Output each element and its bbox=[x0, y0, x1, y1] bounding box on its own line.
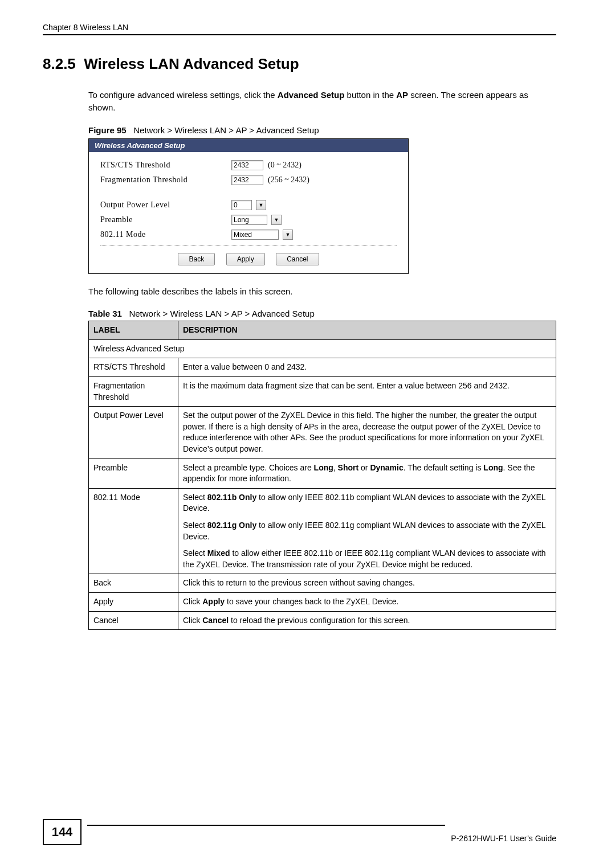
row-desc: Set the output power of the ZyXEL Device… bbox=[178, 407, 556, 458]
row-label: RTS/CTS Threshold bbox=[89, 358, 178, 377]
row-label: 802.11 Mode bbox=[89, 488, 178, 574]
apply-button[interactable]: Apply bbox=[226, 253, 265, 265]
table-row: Output Power Level Set the output power … bbox=[89, 407, 556, 458]
text: to reload the previous configuration for… bbox=[229, 616, 410, 625]
text: Select bbox=[183, 493, 207, 502]
table-row: RTS/CTS Threshold Enter a value between … bbox=[89, 358, 556, 377]
section-number: 8.2.5 bbox=[43, 55, 76, 72]
bold: Apply bbox=[202, 597, 225, 606]
section-heading: 8.2.5 Wireless LAN Advanced Setup bbox=[43, 55, 556, 73]
row-desc: Select 802.11b Only to allow only IEEE 8… bbox=[178, 488, 556, 574]
text: Select a preamble type. Choices are bbox=[183, 463, 314, 472]
table-row: Cancel Click Cancel to reload the previo… bbox=[89, 611, 556, 630]
bold: 802.11b Only bbox=[207, 493, 256, 502]
bold: Cancel bbox=[202, 616, 229, 625]
table-span-row: Wireless Advanced Setup bbox=[89, 339, 556, 358]
page-number: 144 bbox=[43, 819, 82, 845]
frag-range: (256 ~ 2432) bbox=[268, 175, 309, 185]
table-row: Fragmentation Threshold It is the maximu… bbox=[89, 377, 556, 407]
after-figure-text: The following table describes the labels… bbox=[88, 285, 556, 298]
text: to allow either IEEE 802.11b or IEEE 802… bbox=[183, 548, 546, 569]
bold: Dynamic bbox=[370, 463, 403, 472]
row-desc: Click Apply to save your changes back to… bbox=[178, 592, 556, 611]
frag-label: Fragmentation Threshold bbox=[100, 175, 231, 185]
text: or bbox=[358, 463, 370, 472]
cancel-button[interactable]: Cancel bbox=[276, 253, 319, 265]
table-row: Apply Click Apply to save your changes b… bbox=[89, 592, 556, 611]
preamble-label: Preamble bbox=[100, 215, 231, 224]
running-head: Chapter 8 Wireless LAN bbox=[43, 23, 556, 35]
row-desc: Select a preamble type. Choices are Long… bbox=[178, 458, 556, 488]
text: , bbox=[333, 463, 338, 472]
figure-caption-text: Network > Wireless LAN > AP > Advanced S… bbox=[133, 125, 319, 135]
table-label: Table 31 bbox=[88, 309, 122, 318]
row-desc: Click Cancel to reload the previous conf… bbox=[178, 611, 556, 630]
bold: Mixed bbox=[207, 548, 230, 558]
row-label: Back bbox=[89, 574, 178, 593]
figure-caption: Figure 95 Network > Wireless LAN > AP > … bbox=[88, 125, 556, 135]
intro-paragraph: To configure advanced wireless settings,… bbox=[88, 89, 556, 114]
preamble-select[interactable]: Long bbox=[231, 215, 267, 225]
row-label: Output Power Level bbox=[89, 407, 178, 458]
row-desc: Enter a value between 0 and 2432. bbox=[178, 358, 556, 377]
separator bbox=[100, 245, 397, 246]
text: to save your changes back to the ZyXEL D… bbox=[225, 597, 398, 606]
intro-bold-1: Advanced Setup bbox=[278, 90, 345, 100]
table-head-label: LABEL bbox=[89, 321, 178, 340]
intro-text-2: button in the bbox=[344, 90, 396, 100]
rts-label: RTS/CTS Threshold bbox=[100, 161, 231, 170]
opl-select[interactable]: 0 bbox=[231, 200, 252, 210]
footer-guide-name: P-2612HWU-F1 User’s Guide bbox=[451, 834, 556, 843]
text: . The default setting is bbox=[404, 463, 484, 472]
table-caption: Table 31 Network > Wireless LAN > AP > A… bbox=[88, 309, 556, 318]
text: Select bbox=[183, 521, 207, 530]
dropdown-icon[interactable]: ▼ bbox=[256, 200, 266, 210]
row-label: Preamble bbox=[89, 458, 178, 488]
figure-label: Figure 95 bbox=[88, 125, 127, 135]
row-desc: It is the maximum data fragment size tha… bbox=[178, 377, 556, 407]
figure-header: Wireless Advanced Setup bbox=[89, 139, 408, 152]
rts-input[interactable]: 2432 bbox=[231, 160, 263, 170]
mode-label: 802.11 Mode bbox=[100, 230, 231, 239]
intro-text-1: To configure advanced wireless settings,… bbox=[88, 90, 278, 100]
row-label: Fragmentation Threshold bbox=[89, 377, 178, 407]
description-table: LABEL DESCRIPTION Wireless Advanced Setu… bbox=[88, 321, 556, 630]
mode-select[interactable]: Mixed bbox=[231, 230, 279, 240]
bold: 802.11g Only bbox=[207, 521, 256, 530]
table-row: 802.11 Mode Select 802.11b Only to allow… bbox=[89, 488, 556, 574]
table-caption-text: Network > Wireless LAN > AP > Advanced S… bbox=[129, 309, 314, 318]
row-desc: Click this to return to the previous scr… bbox=[178, 574, 556, 593]
dropdown-icon[interactable]: ▼ bbox=[283, 230, 293, 240]
text: Select bbox=[183, 548, 207, 558]
rts-range: (0 ~ 2432) bbox=[268, 161, 301, 170]
page-footer: 144 P-2612HWU-F1 User’s Guide bbox=[0, 819, 599, 845]
table-head-desc: DESCRIPTION bbox=[178, 321, 556, 340]
footer-rule bbox=[87, 825, 445, 826]
text: Click bbox=[183, 597, 202, 606]
back-button[interactable]: Back bbox=[178, 253, 215, 265]
section-title-text: Wireless LAN Advanced Setup bbox=[84, 55, 299, 72]
text: Click bbox=[183, 616, 202, 625]
intro-bold-2: AP bbox=[396, 90, 408, 100]
opl-label: Output Power Level bbox=[100, 200, 231, 210]
dropdown-icon[interactable]: ▼ bbox=[271, 215, 282, 225]
row-label: Cancel bbox=[89, 611, 178, 630]
bold: Long bbox=[483, 463, 503, 472]
frag-input[interactable]: 2432 bbox=[231, 175, 263, 185]
table-row: Back Click this to return to the previou… bbox=[89, 574, 556, 593]
table-row: Preamble Select a preamble type. Choices… bbox=[89, 458, 556, 488]
figure-screenshot: Wireless Advanced Setup RTS/CTS Threshol… bbox=[88, 138, 409, 274]
row-label: Apply bbox=[89, 592, 178, 611]
bold: Long bbox=[314, 463, 333, 472]
bold: Short bbox=[338, 463, 359, 472]
